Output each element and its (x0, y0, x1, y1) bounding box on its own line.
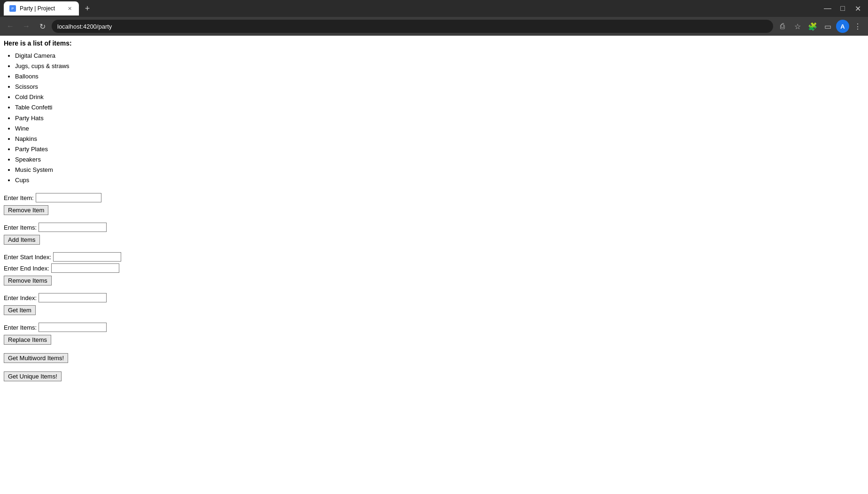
start-index-label: Enter Start Index: (4, 254, 51, 261)
get-multiword-button[interactable]: Get Multiword Items! (4, 353, 68, 363)
get-item-section: Enter Index: Get Item (4, 293, 864, 315)
list-item: Wine (15, 124, 864, 134)
add-items-section: Enter Items: Add Items (4, 223, 864, 245)
list-item: Cold Drink (15, 92, 864, 102)
get-unique-button[interactable]: Get Unique Items! (4, 371, 62, 381)
list-item: Table Confetti (15, 102, 864, 113)
end-index-label: Enter End Index: (4, 265, 49, 272)
list-item: Napkins (15, 134, 864, 144)
remove-item-row: Enter Item: (4, 193, 864, 202)
replace-items-button[interactable]: Replace Items (4, 335, 51, 345)
get-item-button[interactable]: Get Item (4, 305, 36, 315)
remove-item-button[interactable]: Remove Item (4, 205, 48, 215)
add-items-row: Enter Items: (4, 223, 864, 232)
list-item: Scissors (15, 82, 864, 92)
minimize-button[interactable]: — (821, 2, 834, 15)
profile-button[interactable]: A (836, 20, 849, 33)
list-item: Digital Camera (15, 51, 864, 61)
url-text: localhost:4200/party (57, 23, 112, 30)
end-index-input[interactable] (51, 263, 119, 273)
active-tab[interactable]: P Party | Project ✕ (4, 1, 79, 15)
get-unique-section: Get Unique Items! (4, 370, 864, 381)
replace-items-label: Enter Items: (4, 324, 37, 331)
get-multiword-section: Get Multiword Items! (4, 352, 864, 363)
close-window-button[interactable]: ✕ (851, 2, 864, 15)
add-items-button[interactable]: Add Items (4, 235, 40, 245)
list-item: Cups (15, 175, 864, 185)
get-item-row: Enter Index: (4, 293, 864, 302)
remove-item-label: Enter Item: (4, 194, 34, 201)
list-item: Speakers (15, 154, 864, 165)
page-content: Here is a list of items: Digital CameraJ… (0, 36, 868, 393)
window-controls: — □ ✕ (821, 2, 864, 15)
tab-title: Party | Project (20, 5, 55, 12)
new-tab-button[interactable]: + (81, 2, 94, 15)
address-bar: ← → ↻ localhost:4200/party ⎙ ☆ 🧩 ▭ A ⋮ (0, 17, 868, 36)
replace-items-row: Enter Items: (4, 323, 864, 332)
get-item-input[interactable] (39, 293, 107, 302)
replace-items-input[interactable] (39, 323, 107, 332)
extension-icon[interactable]: 🧩 (806, 20, 819, 33)
add-items-label: Enter Items: (4, 224, 37, 231)
list-item: Balloons (15, 71, 864, 82)
forward-button[interactable]: → (20, 20, 33, 33)
share-icon[interactable]: ⎙ (776, 20, 789, 33)
toolbar-icons: ⎙ ☆ 🧩 ▭ A ⋮ (776, 20, 864, 33)
remove-item-section: Enter Item: Remove Item (4, 193, 864, 215)
list-item: Party Hats (15, 113, 864, 124)
tab-bar: P Party | Project ✕ + — □ ✕ (0, 0, 868, 17)
back-button[interactable]: ← (4, 20, 17, 33)
menu-icon[interactable]: ⋮ (851, 20, 864, 33)
start-index-row: Enter Start Index: (4, 252, 864, 262)
end-index-row: Enter End Index: (4, 263, 864, 273)
page-title: Here is a list of items: (4, 39, 864, 47)
refresh-button[interactable]: ↻ (36, 20, 49, 33)
tab-close-button[interactable]: ✕ (66, 5, 73, 12)
browser-chrome: P Party | Project ✕ + — □ ✕ ← → ↻ localh… (0, 0, 868, 36)
list-item: Music System (15, 165, 864, 175)
remove-items-button[interactable]: Remove Items (4, 276, 52, 286)
tab-favicon: P (9, 5, 16, 12)
url-bar[interactable]: localhost:4200/party (52, 20, 773, 33)
remove-item-input[interactable] (36, 193, 101, 202)
list-item: Party Plates (15, 144, 864, 154)
get-item-label: Enter Index: (4, 294, 37, 301)
items-list: Digital CameraJugs, cups & strawsBalloon… (4, 51, 864, 185)
bookmark-icon[interactable]: ☆ (791, 20, 804, 33)
add-items-input[interactable] (39, 223, 107, 232)
replace-items-section: Enter Items: Replace Items (4, 323, 864, 345)
maximize-button[interactable]: □ (836, 2, 849, 15)
sidebar-icon[interactable]: ▭ (821, 20, 834, 33)
list-item: Jugs, cups & straws (15, 61, 864, 71)
remove-items-section: Enter Start Index: Enter End Index: Remo… (4, 252, 864, 286)
start-index-input[interactable] (53, 252, 121, 262)
